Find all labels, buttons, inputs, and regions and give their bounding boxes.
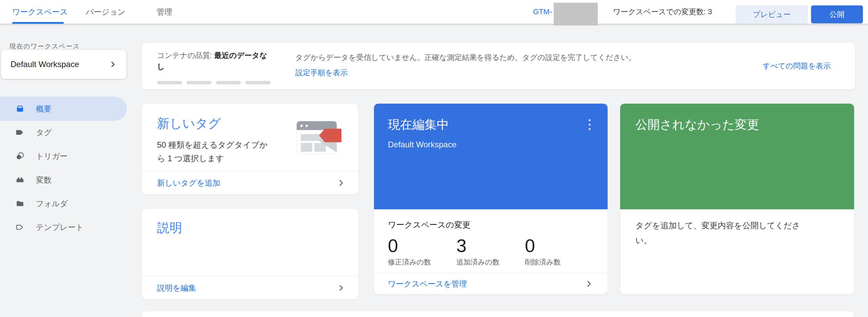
- description-card: 説明 説明を編集: [141, 208, 359, 300]
- now-editing-card: 現在編集中 Default Workspace ワークスペースの変更 0 修正済…: [374, 103, 608, 295]
- variable-icon: [16, 175, 24, 184]
- now-editing-workspace-name: Default Workspace: [388, 140, 594, 149]
- unpublished-changes-title: 公開されなかった変更: [635, 117, 841, 133]
- stat-added: 3 追加済みの数: [456, 235, 525, 267]
- tab-admin[interactable]: 管理: [157, 0, 172, 24]
- stat-label: 修正済みの数: [388, 257, 456, 267]
- unpublished-changes-card: 公開されなかった変更 タグを追加して、変更内容を公開してください。: [620, 103, 854, 295]
- manage-workspace-link[interactable]: ワークスペースを管理: [388, 279, 467, 289]
- unpublished-changes-description: タグを追加して、変更内容を公開してください。: [620, 209, 820, 248]
- stat-modified: 0 修正済みの数: [388, 235, 456, 267]
- redacted-container-id: [554, 3, 598, 25]
- sidebar-item-label: テンプレート: [36, 222, 84, 233]
- template-icon: [16, 223, 24, 232]
- progress-segment: [245, 81, 271, 84]
- container-id-link[interactable]: GTM-: [533, 0, 552, 24]
- quality-message-block: タグからデータを受信していません。正確な測定結果を得るため、タグの設定を完了して…: [295, 43, 636, 89]
- stat-value: 0: [525, 235, 593, 256]
- more-options-icon[interactable]: [587, 118, 592, 131]
- progress-segment: [216, 81, 241, 84]
- sidebar-item-label: トリガー: [36, 151, 68, 162]
- manage-workspace-row[interactable]: ワークスペースを管理: [374, 273, 608, 294]
- setup-instructions-link[interactable]: 設定手順を表示: [295, 68, 348, 78]
- quality-message: タグからデータを受信していません。正確な測定結果を得るため、タグの設定を完了して…: [295, 52, 636, 63]
- quality-progress-segments: [157, 81, 271, 84]
- stat-deleted: 0 削除済み数: [525, 235, 593, 267]
- workspace-changes-count: ワークスペースでの変更数: 3: [613, 0, 712, 24]
- chevron-right-icon: [109, 60, 117, 68]
- sidebar-item-label: 変数: [36, 175, 52, 185]
- overview-icon: [16, 104, 24, 113]
- sidebar-item-tags[interactable]: タグ: [0, 121, 127, 144]
- now-editing-header: 現在編集中 Default Workspace: [374, 104, 608, 209]
- new-tag-description: 50 種類を超えるタグタイプから 1 つ選択します: [157, 138, 272, 165]
- tag-icon: [16, 128, 24, 137]
- stat-value: 0: [388, 235, 456, 256]
- show-all-issues-link[interactable]: すべての問題を表示: [763, 61, 831, 71]
- trigger-icon: [16, 152, 24, 161]
- progress-segment: [157, 81, 182, 84]
- chevron-right-icon: [585, 279, 593, 288]
- sidebar-item-variables[interactable]: 変数: [0, 168, 127, 192]
- chevron-right-icon: [337, 283, 346, 292]
- progress-segment: [186, 81, 212, 84]
- quality-label: コンテナの品質:: [157, 51, 214, 60]
- sidebar-item-label: 概要: [36, 104, 52, 114]
- add-new-tag-row[interactable]: 新しいタグを追加: [142, 171, 358, 194]
- add-new-tag-link[interactable]: 新しいタグを追加: [157, 178, 220, 188]
- publish-button[interactable]: 公開: [811, 5, 863, 23]
- browser-tag-illustration: [297, 121, 341, 154]
- chevron-right-icon: [337, 178, 346, 187]
- sidebar-item-label: フォルダ: [36, 198, 68, 209]
- workspace-changes-panel: ワークスペースの変更 0 修正済みの数 3 追加済みの数 0 削除済み数 ワーク…: [374, 209, 608, 294]
- gtm-workspace-page: ワークスペース バージョン 管理 GTM- ワークスペースでの変更数: 3 プレ…: [0, 0, 868, 317]
- description-title: 説明: [157, 219, 343, 236]
- sidebar-item-label: タグ: [36, 127, 52, 138]
- unpublished-changes-header: 公開されなかった変更: [620, 104, 854, 209]
- sidebar-item-templates[interactable]: テンプレート: [0, 215, 127, 239]
- workspace-changes-title: ワークスペースの変更: [374, 209, 608, 230]
- active-tab-indicator: [12, 22, 64, 24]
- workspace-name: Default Workspace: [11, 60, 109, 69]
- container-quality-banner: コンテナの品質: 最近のデータなし タグからデータを受信していません。正確な測定…: [141, 42, 855, 90]
- folder-icon: [16, 199, 24, 208]
- description-body: 説明: [142, 209, 358, 276]
- stat-label: 追加済みの数: [456, 257, 525, 267]
- edit-description-link[interactable]: 説明を編集: [157, 283, 196, 293]
- new-tag-body: 新しいタグ 50 種類を超えるタグタイプから 1 つ選択します: [142, 104, 358, 171]
- stat-label: 削除済み数: [525, 257, 593, 267]
- tab-versions[interactable]: バージョン: [86, 0, 125, 24]
- next-section-card-edge: [141, 311, 854, 317]
- sidebar-item-triggers[interactable]: トリガー: [0, 144, 127, 168]
- now-editing-title: 現在編集中: [388, 117, 594, 133]
- top-navigation-bar: ワークスペース バージョン 管理 GTM- ワークスペースでの変更数: 3 プレ…: [0, 0, 868, 24]
- sidebar-item-overview[interactable]: 概要: [0, 97, 127, 121]
- quality-summary: コンテナの品質: 最近のデータなし: [157, 43, 271, 89]
- new-tag-card: 新しいタグ 50 種類を超えるタグタイプから 1 つ選択します 新しいタグを追加: [141, 103, 359, 195]
- preview-button[interactable]: プレビュー: [736, 5, 808, 23]
- workspace-changes-stats: 0 修正済みの数 3 追加済みの数 0 削除済み数: [374, 235, 608, 267]
- tab-workspace[interactable]: ワークスペース: [12, 0, 68, 24]
- workspace-selector[interactable]: Default Workspace: [1, 50, 126, 79]
- stat-value: 3: [456, 235, 525, 256]
- edit-description-row[interactable]: 説明を編集: [142, 276, 358, 299]
- sidebar-item-folders[interactable]: フォルダ: [0, 192, 127, 215]
